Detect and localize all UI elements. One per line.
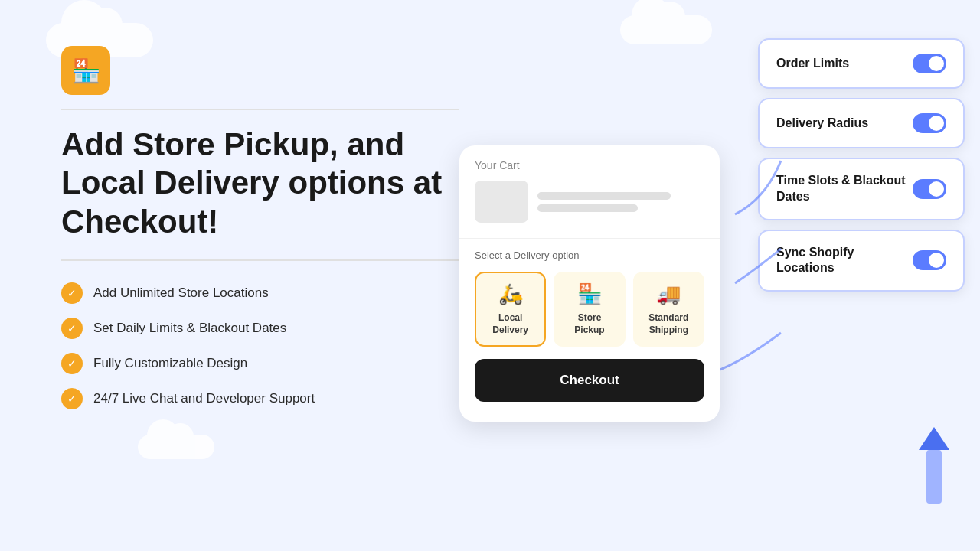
standard-shipping-label: Standard Shipping [641, 312, 697, 336]
feature-item: ✓ Add Unlimited Store Locations [61, 282, 459, 304]
main-title: Add Store Pickup, and Local Delivery opt… [61, 126, 459, 241]
check-icon: ✓ [61, 388, 83, 409]
cart-mockup: Your Cart Select a Delivery option 🛵 Loc… [459, 145, 720, 422]
delivery-options: 🛵 Local Delivery 🏪 Store Pickup 🚚 Standa… [475, 272, 704, 347]
toggle-order-limits[interactable] [913, 54, 946, 73]
cart-header: Your Cart [459, 145, 720, 239]
feature-cards-container: Order Limits Delivery Radius Time Slots … [758, 38, 965, 292]
local-delivery-label: Local Delivery [482, 312, 538, 336]
left-section: 🏪 Add Store Pickup, and Local Delivery o… [61, 46, 459, 409]
divider-mid [61, 259, 459, 261]
toggle-time-slots[interactable] [913, 179, 946, 199]
delivery-option-shipping[interactable]: 🚚 Standard Shipping [633, 272, 704, 347]
right-section: Order Limits Delivery Radius Time Slots … [444, 0, 980, 551]
cart-item-thumbnail [475, 181, 528, 223]
arrow-up [911, 429, 957, 505]
features-list: ✓ Add Unlimited Store Locations ✓ Set Da… [61, 282, 459, 409]
cart-label: Your Cart [475, 159, 704, 171]
feature-card-delivery-radius: Delivery Radius [758, 98, 965, 148]
toggle-delivery-radius[interactable] [913, 113, 946, 133]
cloud-decoration-3 [138, 435, 214, 459]
checkout-button[interactable]: Checkout [475, 359, 704, 402]
delivery-label: Select a Delivery option [475, 249, 704, 261]
app-icon: 🏪 [61, 46, 110, 95]
check-icon: ✓ [61, 318, 83, 339]
toggle-sync-shopify[interactable] [913, 250, 946, 270]
store-pickup-label: Store Pickup [561, 312, 617, 336]
feature-card-order-limits: Order Limits [758, 38, 965, 89]
cart-item-row [475, 181, 704, 223]
feature-card-sync-shopify: Sync Shopify Locations [758, 230, 965, 292]
delivery-option-pickup[interactable]: 🏪 Store Pickup [554, 272, 625, 347]
check-icon: ✓ [61, 282, 83, 304]
feature-item: ✓ Set Daily Limits & Blackout Dates [61, 318, 459, 339]
check-icon: ✓ [61, 353, 83, 374]
divider-top [61, 109, 459, 110]
cart-item-lines [537, 192, 704, 212]
feature-card-time-slots: Time Slots & Blackout Dates [758, 158, 965, 220]
feature-text: Fully Customizable Design [93, 356, 247, 371]
cart-line-2 [537, 204, 638, 212]
delivery-option-local[interactable]: 🛵 Local Delivery [475, 272, 546, 347]
standard-shipping-icon: 🚚 [656, 282, 681, 306]
feature-text: 24/7 Live Chat and Developer Support [93, 391, 315, 406]
arrow-shaft [926, 450, 942, 504]
feature-item: ✓ 24/7 Live Chat and Developer Support [61, 388, 459, 409]
feature-text: Add Unlimited Store Locations [93, 285, 269, 301]
delivery-section: Select a Delivery option 🛵 Local Deliver… [459, 239, 720, 422]
feature-item: ✓ Fully Customizable Design [61, 353, 459, 374]
feature-text: Set Daily Limits & Blackout Dates [93, 321, 286, 336]
local-delivery-icon: 🛵 [498, 282, 523, 306]
cart-line-1 [537, 192, 671, 200]
store-pickup-icon: 🏪 [577, 282, 602, 306]
arrow-head [919, 427, 949, 450]
